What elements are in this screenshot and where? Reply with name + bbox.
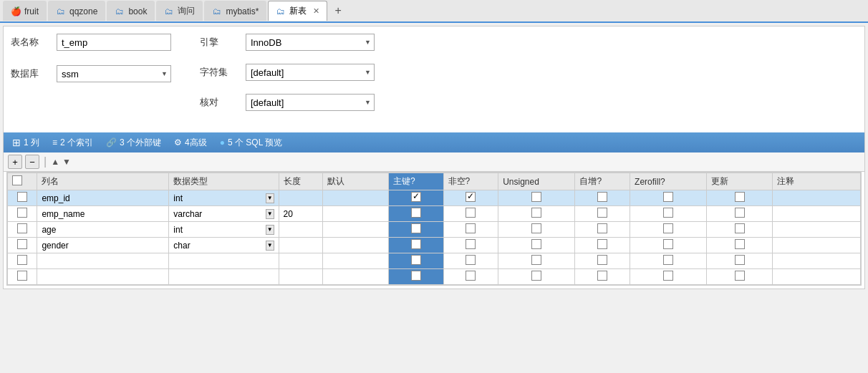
- row-zerofill-0[interactable]: [630, 190, 707, 206]
- move-down-button[interactable]: ▼: [62, 157, 71, 167]
- row-name-0[interactable]: emp_id: [37, 190, 169, 206]
- zerofill-checkbox-5[interactable]: [663, 271, 673, 281]
- row-comment-4[interactable]: [773, 253, 861, 269]
- row-unsigned-3[interactable]: [498, 238, 575, 253]
- zerofill-checkbox-2[interactable]: [663, 223, 673, 233]
- row-default-1[interactable]: [322, 206, 388, 222]
- update-checkbox-3[interactable]: [735, 239, 745, 249]
- row-autoincr-0[interactable]: [575, 190, 630, 206]
- row-type-2[interactable]: int ▼: [169, 222, 279, 238]
- notnull-checkbox-4[interactable]: [466, 255, 476, 265]
- row-update-0[interactable]: [707, 190, 773, 206]
- row-name-2[interactable]: age: [37, 222, 169, 238]
- row-name-3[interactable]: gender: [37, 238, 169, 253]
- tab-add-button[interactable]: +: [329, 1, 347, 20]
- row-notnull-3[interactable]: [443, 238, 498, 253]
- row-default-2[interactable]: [322, 222, 388, 238]
- charset-select[interactable]: [default]: [246, 64, 375, 81]
- unsigned-checkbox-3[interactable]: [531, 239, 541, 249]
- tab-book[interactable]: 🗂 book: [107, 1, 155, 21]
- row-autoincr-2[interactable]: [575, 222, 630, 238]
- section-tab-foreignkeys[interactable]: 🔗 3 个外部键: [103, 135, 164, 150]
- row-notnull-1[interactable]: [443, 206, 498, 222]
- row-type-1[interactable]: varchar ▼: [169, 206, 279, 222]
- row-unsigned-5[interactable]: [498, 269, 575, 285]
- row-len-0[interactable]: [279, 190, 322, 206]
- pk-checkbox-1[interactable]: [411, 208, 421, 218]
- row-default-5[interactable]: [322, 269, 388, 285]
- row-update-2[interactable]: [707, 222, 773, 238]
- row-checkbox-2[interactable]: [17, 223, 27, 233]
- notnull-checkbox-1[interactable]: [466, 208, 476, 218]
- pk-checkbox-3[interactable]: [411, 239, 421, 249]
- row-name-4[interactable]: [37, 253, 169, 269]
- row-default-3[interactable]: [322, 238, 388, 253]
- row-autoincr-1[interactable]: [575, 206, 630, 222]
- autoincr-checkbox-0[interactable]: [597, 192, 607, 202]
- zerofill-checkbox-4[interactable]: [663, 255, 673, 265]
- autoincr-checkbox-3[interactable]: [597, 239, 607, 249]
- notnull-checkbox-2[interactable]: [466, 223, 476, 233]
- tab-fruit[interactable]: 🍎 fruit: [3, 1, 47, 21]
- row-unsigned-1[interactable]: [498, 206, 575, 222]
- row-type-5[interactable]: [169, 269, 279, 285]
- zerofill-checkbox-3[interactable]: [663, 239, 673, 249]
- update-checkbox-1[interactable]: [735, 208, 745, 218]
- row-zerofill-1[interactable]: [630, 206, 707, 222]
- pk-checkbox-2[interactable]: [411, 223, 421, 233]
- row-notnull-5[interactable]: [443, 269, 498, 285]
- zerofill-checkbox-1[interactable]: [663, 208, 673, 218]
- remove-row-button[interactable]: −: [25, 155, 39, 169]
- update-checkbox-4[interactable]: [735, 255, 745, 265]
- tab-mybatis[interactable]: 🗂 mybatis*: [204, 1, 266, 21]
- update-checkbox-5[interactable]: [735, 271, 745, 281]
- section-tab-sql[interactable]: ● 5 个 SQL 预览: [217, 135, 286, 150]
- row-autoincr-4[interactable]: [575, 253, 630, 269]
- section-tab-indexes[interactable]: ≡ 2 个索引: [49, 135, 96, 150]
- row-type-3[interactable]: char ▼: [169, 238, 279, 253]
- row-type-0[interactable]: int ▼: [169, 190, 279, 206]
- row-update-4[interactable]: [707, 253, 773, 269]
- row-zerofill-4[interactable]: [630, 253, 707, 269]
- section-tab-columns[interactable]: ⊞ 1 列: [9, 135, 42, 150]
- row-name-1[interactable]: emp_name: [37, 206, 169, 222]
- pk-checkbox-0[interactable]: [411, 192, 421, 202]
- row-len-1[interactable]: 20: [279, 206, 322, 222]
- pk-checkbox-5[interactable]: [411, 271, 421, 281]
- notnull-checkbox-0[interactable]: [466, 192, 476, 202]
- row-len-3[interactable]: [279, 238, 322, 253]
- row-update-3[interactable]: [707, 238, 773, 253]
- autoincr-checkbox-5[interactable]: [597, 271, 607, 281]
- type-dropdown-arrow-2[interactable]: ▼: [266, 225, 274, 235]
- update-checkbox-2[interactable]: [735, 223, 745, 233]
- row-pk-2[interactable]: [388, 222, 443, 238]
- row-checkbox-5[interactable]: [17, 271, 27, 281]
- row-pk-0[interactable]: [388, 190, 443, 206]
- row-autoincr-3[interactable]: [575, 238, 630, 253]
- row-zerofill-3[interactable]: [630, 238, 707, 253]
- row-notnull-2[interactable]: [443, 222, 498, 238]
- table-name-input[interactable]: [57, 34, 171, 51]
- row-comment-5[interactable]: [773, 269, 861, 285]
- section-tab-advanced[interactable]: ⚙ 4高级: [171, 135, 210, 150]
- row-zerofill-5[interactable]: [630, 269, 707, 285]
- tab-qqzone[interactable]: 🗂 qqzone: [48, 1, 105, 21]
- type-dropdown-arrow-0[interactable]: ▼: [266, 193, 274, 203]
- row-comment-1[interactable]: [773, 206, 861, 222]
- row-update-5[interactable]: [707, 269, 773, 285]
- row-unsigned-0[interactable]: [498, 190, 575, 206]
- row-zerofill-2[interactable]: [630, 222, 707, 238]
- autoincr-checkbox-4[interactable]: [597, 255, 607, 265]
- row-type-4[interactable]: [169, 253, 279, 269]
- unsigned-checkbox-4[interactable]: [531, 255, 541, 265]
- unsigned-checkbox-0[interactable]: [531, 192, 541, 202]
- notnull-checkbox-3[interactable]: [466, 239, 476, 249]
- row-checkbox-3[interactable]: [17, 239, 27, 249]
- row-len-5[interactable]: [279, 269, 322, 285]
- notnull-checkbox-5[interactable]: [466, 271, 476, 281]
- row-autoincr-5[interactable]: [575, 269, 630, 285]
- row-len-4[interactable]: [279, 253, 322, 269]
- zerofill-checkbox-0[interactable]: [663, 192, 673, 202]
- row-pk-3[interactable]: [388, 238, 443, 253]
- row-checkbox-4[interactable]: [17, 255, 27, 265]
